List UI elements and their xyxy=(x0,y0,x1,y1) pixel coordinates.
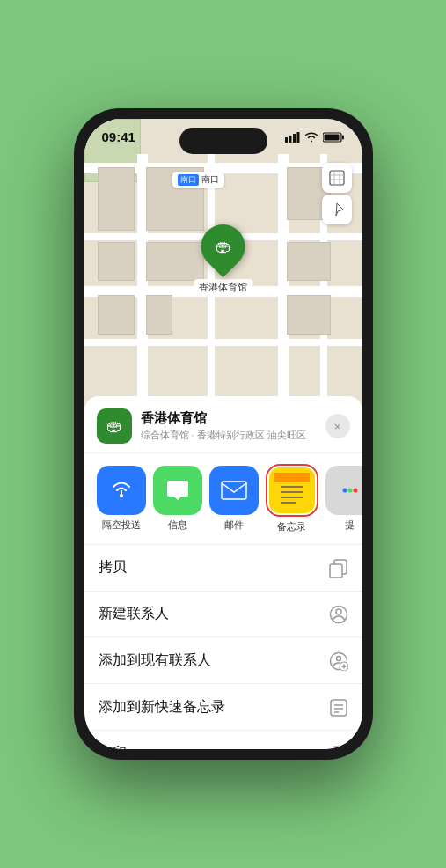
action-add-existing[interactable]: 添加到现有联系人 xyxy=(84,637,362,684)
svg-point-16 xyxy=(342,489,347,493)
svg-rect-5 xyxy=(342,135,344,139)
copy-label: 拷贝 xyxy=(99,558,127,577)
map-pin: 🏟 香港体育馆 xyxy=(194,224,252,296)
svg-rect-6 xyxy=(324,134,339,140)
share-notes[interactable]: 备忘录 xyxy=(266,464,318,533)
airdrop-icon xyxy=(97,466,146,515)
venue-icon: 🏟 xyxy=(97,408,132,444)
action-print[interactable]: 打印 xyxy=(84,731,362,749)
mail-label: 邮件 xyxy=(224,519,244,532)
pin-icon: 🏟 xyxy=(216,238,231,256)
action-copy[interactable]: 拷贝 xyxy=(84,545,362,592)
svg-rect-20 xyxy=(330,564,342,578)
svg-rect-3 xyxy=(296,132,299,143)
messages-bubble-icon xyxy=(165,479,190,502)
more-label: 提 xyxy=(345,519,355,532)
svg-rect-0 xyxy=(285,137,288,143)
bottom-sheet: 🏟 香港体育馆 综合体育馆 · 香港特别行政区 油尖旺区 × xyxy=(84,396,362,749)
person-add-circle-icon xyxy=(329,651,348,671)
status-time: 09:41 xyxy=(102,129,135,144)
svg-rect-11 xyxy=(274,473,310,482)
new-contact-label: 新建联系人 xyxy=(99,605,169,623)
add-notes-label: 添加到新快速备忘录 xyxy=(99,698,225,717)
messages-label: 信息 xyxy=(168,519,187,532)
pin-label: 香港体育馆 xyxy=(194,279,252,296)
venue-name: 香港体育馆 xyxy=(141,410,325,427)
add-existing-label: 添加到现有联系人 xyxy=(99,651,211,670)
location-button[interactable] xyxy=(322,195,352,224)
svg-rect-1 xyxy=(289,136,291,143)
notes-label: 备忘录 xyxy=(277,520,306,533)
venue-header: 🏟 香港体育馆 综合体育馆 · 香港特别行政区 油尖旺区 × xyxy=(84,396,362,453)
print-label: 打印 xyxy=(99,744,127,749)
add-notes-icon xyxy=(329,696,348,717)
print-icon xyxy=(329,743,348,749)
svg-rect-28 xyxy=(331,700,347,716)
venue-description: 综合体育馆 · 香港特别行政区 油尖旺区 xyxy=(141,429,325,442)
map-label-badge: 南口 xyxy=(178,174,199,186)
copy-icon xyxy=(329,557,348,578)
share-airdrop[interactable]: 隔空投送 xyxy=(97,466,146,532)
share-row: 隔空投送 信息 xyxy=(84,453,362,545)
more-dots-icon xyxy=(338,478,362,503)
wifi-icon xyxy=(304,132,318,143)
mail-icon xyxy=(209,466,259,515)
notes-icon xyxy=(269,467,315,513)
battery-icon xyxy=(323,132,345,143)
venue-info: 香港体育馆 综合体育馆 · 香港特别行政区 油尖旺区 xyxy=(141,410,325,442)
share-more[interactable]: 提 xyxy=(325,466,362,532)
copy-svg-icon xyxy=(329,559,348,578)
svg-rect-2 xyxy=(293,134,296,143)
svg-point-22 xyxy=(336,609,341,614)
phone-frame: 09:41 xyxy=(74,108,373,760)
mail-envelope-icon xyxy=(221,481,247,500)
more-icon xyxy=(325,466,362,515)
note-icon xyxy=(329,698,348,717)
map-north-entrance: 南口 南口 xyxy=(172,172,224,188)
action-add-notes[interactable]: 添加到新快速备忘录 xyxy=(84,684,362,731)
map-icon xyxy=(329,170,345,186)
notes-highlight-border xyxy=(266,464,318,517)
share-messages[interactable]: 信息 xyxy=(153,466,202,532)
phone-screen: 09:41 xyxy=(84,119,362,749)
signal-icon xyxy=(285,132,300,143)
svg-point-17 xyxy=(347,489,352,493)
location-arrow-icon xyxy=(330,202,344,217)
messages-icon xyxy=(153,466,202,515)
svg-point-24 xyxy=(336,657,340,661)
pin-circle: 🏟 xyxy=(192,216,254,278)
map-view-toggle-button[interactable] xyxy=(322,163,352,193)
map-controls xyxy=(322,163,352,224)
airdrop-signal-icon xyxy=(109,478,134,503)
svg-point-18 xyxy=(353,489,357,493)
new-contact-icon xyxy=(329,604,348,625)
share-mail[interactable]: 邮件 xyxy=(209,466,259,532)
notes-lines-icon xyxy=(274,473,310,508)
svg-rect-9 xyxy=(222,482,246,499)
svg-rect-7 xyxy=(330,171,344,185)
add-existing-icon xyxy=(329,650,348,671)
close-button[interactable]: × xyxy=(325,414,350,438)
dynamic-island xyxy=(179,128,267,154)
action-new-contact[interactable]: 新建联系人 xyxy=(84,592,362,638)
airdrop-label: 隔空投送 xyxy=(102,519,141,532)
status-icons xyxy=(285,132,345,143)
person-circle-icon xyxy=(329,605,348,624)
printer-icon xyxy=(329,745,348,749)
svg-rect-33 xyxy=(334,747,343,749)
